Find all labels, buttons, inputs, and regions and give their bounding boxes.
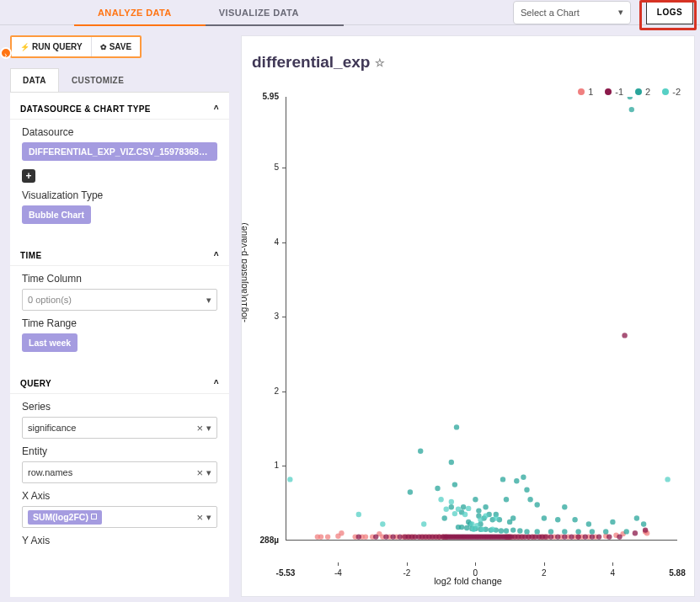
svg-point-141 <box>514 478 519 483</box>
legend-item-1[interactable]: 1 <box>578 87 593 97</box>
tab-analyze-data[interactable]: ANALYZE DATA <box>74 1 195 24</box>
svg-point-117 <box>543 534 548 539</box>
star-icon[interactable]: ☆ <box>375 56 385 69</box>
svg-point-183 <box>510 527 516 532</box>
svg-point-140 <box>521 475 526 480</box>
chart-title: differential_exp ☆ <box>252 53 385 72</box>
save-button[interactable]: SAVE <box>92 37 141 56</box>
y-tick-label: 5 <box>255 162 279 172</box>
panel-subtabs: DATA CUSTOMIZE <box>10 68 229 92</box>
svg-point-53 <box>383 534 388 539</box>
y-extreme-label: 288µ <box>255 535 279 545</box>
svg-point-2 <box>325 534 330 539</box>
time-range-label: Time Range <box>22 317 217 329</box>
section-time-header[interactable]: TIME <box>10 239 229 266</box>
svg-point-165 <box>542 515 547 520</box>
chevron-down-icon <box>618 7 623 18</box>
datasource-chip[interactable]: DIFFERENTIAL_EXP_VIZ.CSV_1597836886.16 <box>22 142 217 161</box>
select-chart-dropdown[interactable]: Select a Chart <box>513 1 631 24</box>
time-range-chip[interactable]: Last week <box>22 333 77 352</box>
series-select[interactable]: significance <box>22 417 217 439</box>
svg-point-125 <box>596 534 601 539</box>
xaxis-label: X Axis <box>22 490 217 502</box>
svg-point-185 <box>524 529 529 534</box>
svg-point-198 <box>456 507 461 512</box>
y-tick-label: 2 <box>255 386 279 396</box>
clear-icon[interactable] <box>196 511 203 524</box>
chart-area: differential_exp ☆ 1 -1 2 -2 -log10(adju… <box>241 35 695 597</box>
svg-point-120 <box>562 534 567 539</box>
svg-point-196 <box>449 499 454 504</box>
xaxis-select[interactable]: SUM(log2FC) <box>22 506 217 528</box>
svg-point-149 <box>461 504 466 509</box>
legend-item--2[interactable]: -2 <box>662 87 681 97</box>
svg-point-211 <box>479 527 484 532</box>
svg-point-128 <box>633 530 638 535</box>
legend-item-2[interactable]: 2 <box>635 87 650 97</box>
svg-point-138 <box>452 482 457 487</box>
entity-select[interactable]: row.names <box>22 461 217 483</box>
subtab-data[interactable]: DATA <box>10 68 59 92</box>
svg-point-137 <box>435 486 440 491</box>
svg-point-190 <box>590 529 595 534</box>
add-datasource-button[interactable]: + <box>22 169 35 183</box>
legend-item--1[interactable]: -1 <box>605 87 623 97</box>
x-tick-label: 4 <box>611 568 616 578</box>
section-label: QUERY <box>20 379 51 388</box>
svg-point-123 <box>583 534 588 539</box>
run-query-label: RUN QUERY <box>32 42 83 51</box>
svg-point-122 <box>575 534 580 539</box>
series-label: Series <box>22 401 217 413</box>
panel-body[interactable]: DATASOURCE & CHART TYPE Datasource DIFFE… <box>10 92 229 597</box>
scatter-svg <box>286 97 677 541</box>
svg-point-203 <box>494 515 499 520</box>
svg-point-170 <box>634 515 639 520</box>
xaxis-chip-label: SUM(log2FC) <box>33 512 88 522</box>
section-datasource-header[interactable]: DATASOURCE & CHART TYPE <box>10 93 229 120</box>
viztype-chip[interactable]: Bubble Chart <box>22 205 91 224</box>
svg-point-182 <box>504 528 509 533</box>
svg-point-142 <box>524 487 529 493</box>
svg-point-202 <box>483 514 488 519</box>
svg-point-187 <box>548 529 553 534</box>
subtab-customize[interactable]: CUSTOMIZE <box>59 68 136 92</box>
sidebar-expand-icon[interactable] <box>0 47 12 59</box>
section-label: DATASOURCE & CHART TYPE <box>20 104 151 114</box>
datasource-label: Datasource <box>22 126 217 138</box>
xaxis-chip[interactable]: SUM(log2FC) <box>28 510 102 525</box>
svg-point-54 <box>390 534 395 539</box>
svg-point-168 <box>586 521 591 526</box>
tab-visualize-data[interactable]: VISUALIZE DATA <box>195 1 323 24</box>
clear-icon[interactable] <box>196 422 203 434</box>
time-column-label: Time Column <box>22 273 217 285</box>
section-query-header[interactable]: QUERY <box>10 367 229 394</box>
y-axis-title: -log10(adjusted p-value) <box>241 222 248 322</box>
svg-point-199 <box>466 506 471 511</box>
svg-point-201 <box>462 512 468 517</box>
svg-point-129 <box>643 527 648 532</box>
run-query-button[interactable]: RUN QUERY <box>12 37 92 56</box>
svg-point-133 <box>454 424 459 429</box>
svg-point-1 <box>318 534 323 539</box>
svg-point-121 <box>569 534 574 539</box>
time-column-select[interactable]: 0 option(s) <box>22 289 217 311</box>
svg-point-150 <box>483 504 488 509</box>
select-chart-placeholder: Select a Chart <box>521 8 580 18</box>
svg-point-192 <box>624 529 629 534</box>
svg-point-130 <box>622 333 627 338</box>
x-tick-label: -2 <box>403 568 410 578</box>
svg-point-160 <box>507 519 512 525</box>
chevron-down-icon <box>206 295 211 306</box>
legend-dot-icon <box>578 88 585 95</box>
viztype-label: Visualization Type <box>22 189 217 201</box>
svg-point-207 <box>356 512 361 517</box>
x-extreme-label: 5.88 <box>669 568 685 578</box>
run-save-group: RUN QUERY SAVE <box>10 35 142 58</box>
logs-button[interactable]: LOGS <box>646 1 693 24</box>
svg-point-188 <box>562 529 567 534</box>
chip-box-icon <box>91 514 97 519</box>
svg-point-148 <box>449 504 454 509</box>
chevron-down-icon <box>206 423 211 434</box>
clear-icon[interactable] <box>196 466 203 479</box>
svg-point-134 <box>418 449 423 454</box>
